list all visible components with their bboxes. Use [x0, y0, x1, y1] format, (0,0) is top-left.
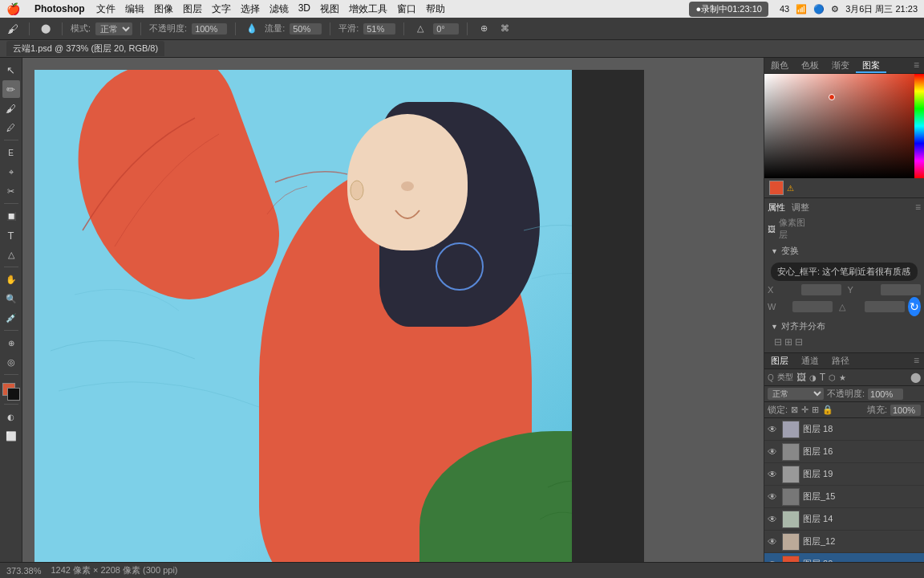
layer-row-19[interactable]: 👁 图层 19 — [764, 463, 924, 486]
symmetry-icon[interactable]: ⌘ — [496, 21, 513, 37]
foreground-swatch[interactable] — [769, 181, 784, 195]
tab-adjustments[interactable]: 调整 — [792, 201, 809, 214]
smart-filter-icon[interactable]: ★ — [839, 373, 846, 382]
color-picker-container[interactable] — [764, 74, 924, 178]
zoom-tool[interactable]: 🔍 — [2, 290, 20, 307]
tab-color[interactable]: 颜色 — [764, 58, 795, 73]
rot-input[interactable] — [865, 301, 905, 312]
menu-image[interactable]: 图像 — [154, 2, 173, 16]
transform-section-header[interactable]: ▼ 变换 — [768, 242, 921, 259]
layers-panel-menu[interactable]: ≡ — [909, 353, 924, 368]
text-tool[interactable]: T — [2, 226, 20, 244]
pressure-icon[interactable]: ⊕ — [476, 21, 492, 37]
mode-select[interactable]: 正常 — [95, 22, 132, 35]
brush-tool[interactable]: 🖌 — [2, 100, 20, 117]
menu-filter[interactable]: 滤镜 — [270, 2, 289, 16]
layer-eye-19[interactable]: 👁 — [768, 469, 779, 480]
align-section-header[interactable]: ▼ 对齐并分布 — [768, 318, 921, 335]
layer-eye-15[interactable]: 👁 — [768, 491, 779, 503]
blend-mode-select[interactable]: 正常 — [768, 388, 824, 400]
tab-channels[interactable]: 通道 — [795, 353, 825, 368]
w-input[interactable] — [792, 301, 833, 312]
recording-badge[interactable]: ●录制中01:23:10 — [689, 2, 768, 17]
panel-menu-icon[interactable]: ≡ — [909, 58, 924, 73]
props-panel-menu[interactable]: ≡ — [915, 201, 921, 214]
quick-mask-toggle[interactable]: ◐ — [2, 408, 20, 425]
layer-row-20[interactable]: 👁 图层 20 — [764, 553, 924, 562]
tab-swatches[interactable]: 色板 — [795, 58, 825, 73]
apple-menu[interactable]: 🍎 — [6, 2, 20, 15]
text-filter-icon[interactable]: T — [820, 372, 825, 383]
tab-patterns[interactable]: 图案 — [856, 58, 886, 73]
menu-help[interactable]: 帮助 — [426, 2, 445, 16]
clone-tool[interactable]: ◎ — [2, 353, 20, 371]
tab-layers[interactable]: 图层 — [764, 353, 795, 368]
menu-plugins[interactable]: 增效工具 — [349, 2, 387, 16]
menu-view[interactable]: 视图 — [320, 2, 339, 16]
layer-eye-18[interactable]: 👁 — [768, 424, 779, 435]
tab-paths[interactable]: 路径 — [825, 353, 856, 368]
flow-input[interactable] — [290, 23, 322, 35]
move-tool[interactable]: ↖ — [2, 61, 20, 79]
lock-artboard-icon[interactable]: ⊞ — [812, 405, 819, 415]
pen-tool[interactable]: 🖊 — [2, 119, 20, 136]
menu-edit[interactable]: 编辑 — [125, 2, 144, 16]
smoothing-input[interactable] — [363, 23, 395, 35]
brush-tool-icon[interactable]: 🖌 — [5, 21, 21, 37]
background-color[interactable] — [7, 388, 20, 401]
menu-3d[interactable]: 3D — [298, 2, 310, 16]
eraser-tool[interactable]: E — [2, 144, 20, 161]
path-tool[interactable]: △ — [2, 246, 20, 263]
layer-row-12[interactable]: 👁 图层_12 — [764, 531, 924, 553]
crop-tool[interactable]: ✂ — [2, 182, 20, 200]
opacity-input[interactable] — [868, 389, 903, 400]
pixel-filter-icon[interactable]: 🖼 — [796, 372, 806, 383]
settings-icon[interactable]: ⚙ — [831, 4, 839, 14]
y-input[interactable] — [881, 284, 921, 295]
color-swatches[interactable] — [2, 383, 20, 401]
menu-text[interactable]: 文字 — [212, 2, 231, 16]
layer-eye-16[interactable]: 👁 — [768, 446, 779, 458]
opacity-input[interactable] — [192, 23, 227, 35]
layer-row-14[interactable]: 👁 图层 14 — [764, 508, 924, 531]
layer-row-18[interactable]: 👁 图层 18 — [764, 418, 924, 441]
align-tool-3[interactable]: ⊟ — [795, 336, 803, 348]
eyedropper-tool[interactable]: 💉 — [2, 309, 20, 327]
align-tool-2[interactable]: ⊞ — [784, 336, 792, 348]
shape-filter-icon[interactable]: ⬡ — [829, 373, 836, 382]
tab-gradients[interactable]: 渐变 — [825, 58, 856, 73]
hand-tool[interactable]: ✋ — [2, 271, 20, 288]
screen-mode-toggle[interactable]: ⬜ — [2, 427, 20, 445]
adj-filter-icon[interactable]: ◑ — [809, 373, 817, 382]
fill-input[interactable] — [890, 405, 921, 416]
angle-input[interactable] — [433, 23, 459, 35]
lock-all-icon[interactable]: 🔒 — [822, 405, 833, 415]
hue-spectrum[interactable] — [914, 74, 924, 178]
canvas-area[interactable] — [22, 58, 764, 562]
layer-eye-20[interactable]: 👁 — [768, 559, 779, 562]
menu-layer[interactable]: 图层 — [183, 2, 202, 16]
x-input[interactable] — [801, 284, 841, 295]
align-tool-1[interactable]: ⊟ — [774, 336, 782, 348]
filter-toggle[interactable]: ⬤ — [910, 372, 921, 383]
brush-preset-icon[interactable]: ⬤ — [38, 21, 54, 37]
menu-select[interactable]: 选择 — [241, 2, 260, 16]
tooltip-bubble: 安心_框平: 这个笔刷近着很有质感 — [771, 263, 918, 281]
selection-tool[interactable]: ✏ — [2, 80, 20, 98]
tab-properties[interactable]: 属性 — [768, 201, 785, 214]
file-tab[interactable]: 云端1.psd @ 373% (图层 20, RGB/8) — [6, 41, 164, 56]
menu-file[interactable]: 文件 — [96, 2, 116, 16]
layer-eye-14[interactable]: 👁 — [768, 514, 779, 525]
color-picker-dot[interactable] — [829, 94, 835, 100]
sync-button[interactable]: ↻ — [908, 297, 921, 316]
layer-eye-12[interactable]: 👁 — [768, 536, 779, 547]
menu-window[interactable]: 窗口 — [397, 2, 416, 16]
color-gradient[interactable] — [764, 74, 924, 178]
lock-position-icon[interactable]: ✛ — [801, 405, 808, 415]
layer-row-16[interactable]: 👁 图层 16 — [764, 441, 924, 463]
lock-pixels-icon[interactable]: ⊠ — [791, 405, 798, 415]
transform-tool[interactable]: ⌖ — [2, 163, 20, 181]
shape-tool[interactable]: 🔲 — [2, 207, 20, 225]
heal-tool[interactable]: ⊕ — [2, 334, 20, 352]
layer-row-15[interactable]: 👁 图层_15 — [764, 486, 924, 508]
